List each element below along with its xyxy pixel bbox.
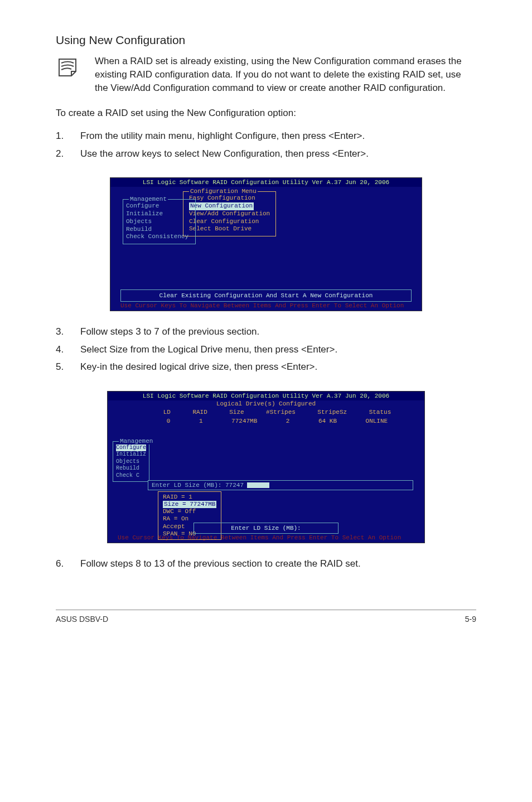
raid-line: RA = On [163, 515, 216, 523]
td: ONLINE [366, 418, 388, 424]
mgmt-item: Objects [116, 458, 146, 466]
mgmt-item: Initialize [126, 210, 188, 218]
th: Size [229, 409, 244, 416]
size-input-text: Enter LD Size (MB): 77247 [152, 482, 244, 489]
step-text: Follow steps 3 to 7 of the previous sect… [80, 325, 259, 339]
section-heading: Using New Configuration [56, 33, 476, 47]
terminal-status-box: Enter LD Size (MB): [194, 523, 338, 534]
ld-table-row: 0 1 77247MB 2 64 KB ONLINE [108, 417, 424, 426]
terminal-title: LSI Logic Software RAID Configuration Ut… [108, 392, 424, 400]
config-item-selected: New Configuration [189, 202, 254, 210]
management-menu-box: Managemen Configure Initializ Objects Re… [113, 441, 149, 482]
configuration-menu-label: Configuration Menu [189, 188, 258, 195]
step-item: 3.Follow steps 3 to 7 of the previous se… [56, 325, 476, 339]
td: 77247MB [231, 418, 257, 424]
terminal-2: LSI Logic Software RAID Configuration Ut… [107, 391, 425, 543]
step-number: 4. [56, 342, 80, 357]
mgmt-item: Rebuild [126, 226, 188, 234]
step-text: Key-in the desired logical drive size, t… [80, 360, 317, 374]
terminal-body: Managemen Configure Initializ Objects Re… [108, 426, 424, 520]
mgmt-item: Rebuild [116, 465, 146, 472]
mgmt-item-selected: Configure [116, 445, 146, 452]
td: 64 KB [318, 418, 337, 424]
config-item: Easy Configuration [189, 195, 270, 202]
step-number: 6. [56, 557, 80, 571]
mgmt-item: Check Consistency [126, 233, 188, 241]
th: #Stripes [266, 409, 296, 416]
mgmt-item: Objects [126, 218, 188, 226]
terminal-1-wrap: LSI Logic Software RAID Configuration Ut… [56, 177, 476, 311]
step-item: 6.Follow steps 8 to 13 of the previous s… [56, 557, 476, 571]
hint-text: Use Cursor Keys To Navigate Between Item… [120, 302, 404, 309]
terminal-hint: Use Cursor Keys To Navigate Between Item… [110, 302, 422, 310]
steps-list-b: 3.Follow steps 3 to 7 of the previous se… [56, 325, 476, 374]
step-text: Follow steps 8 to 13 of the previous sec… [80, 557, 361, 571]
note-text: When a RAID set is already existing, usi… [95, 55, 476, 94]
note-block: When a RAID set is already existing, usi… [56, 55, 476, 94]
th: LD [163, 409, 171, 416]
intro-text: To create a RAID set using the New Confi… [56, 108, 476, 119]
step-item: 4.Select Size from the Logical Drive men… [56, 342, 476, 357]
step-text: Select Size from the Logical Drive menu,… [80, 342, 337, 357]
terminal-2-wrap: LSI Logic Software RAID Configuration Ut… [56, 391, 476, 543]
footer-model: ASUS DSBV-D [56, 615, 108, 624]
step-item: 5.Key-in the desired logical drive size,… [56, 360, 476, 374]
ld-subtitle: Logical Drive(s) Configured [108, 400, 424, 407]
step-number: 5. [56, 360, 80, 374]
step-item: 1.From the utility main menu, highlight … [56, 129, 476, 143]
size-input-bar: Enter LD Size (MB): 77247 [148, 480, 413, 490]
terminal-1: LSI Logic Software RAID Configuration Ut… [110, 177, 422, 311]
page-footer: ASUS DSBV-D 5-9 [56, 610, 476, 624]
steps-list-c: 6.Follow steps 8 to 13 of the previous s… [56, 557, 476, 571]
td: 2 [286, 418, 290, 424]
management-menu-label: Management [129, 196, 168, 202]
td: 1 [199, 418, 203, 424]
td: 0 [167, 418, 171, 424]
config-item: Clear Configuration [189, 218, 270, 226]
cursor-block [247, 482, 269, 488]
terminal-body: Configuration Menu Easy Configuration Ne… [110, 187, 422, 287]
mgmt-item: Check C [116, 472, 146, 480]
mgmt-item: Initializ [116, 451, 146, 458]
step-number: 3. [56, 325, 80, 339]
step-text: Use the arrow keys to select New Configu… [80, 147, 369, 161]
step-item: 2.Use the arrow keys to select New Confi… [56, 147, 476, 161]
footer-page-number: 5-9 [465, 615, 476, 624]
config-item: Select Boot Drive [189, 225, 270, 233]
raid-line: RAID = 1 [163, 494, 216, 501]
mgmt-item: Configure [126, 202, 188, 210]
step-number: 2. [56, 147, 80, 161]
terminal-status-box: Clear Existing Configuration And Start A… [120, 289, 412, 302]
note-paper-icon [56, 57, 83, 78]
management-menu-box: Management Configure Initialize Objects … [123, 199, 196, 244]
steps-list-a: 1.From the utility main menu, highlight … [56, 129, 476, 161]
terminal-hint: Use Cursor Keys To Navigate Between Item… [108, 534, 424, 542]
th: Status [369, 409, 391, 416]
config-item: View/Add Configuration [189, 210, 270, 218]
raid-line-selected: Size = 77247MB [163, 501, 216, 508]
configuration-menu-box: Configuration Menu Easy Configuration Ne… [183, 191, 276, 236]
th: RAID [192, 409, 207, 416]
ld-table-header: LD RAID Size #Stripes StripeSz Status [108, 407, 424, 417]
step-number: 1. [56, 129, 80, 143]
raid-line: DWC = Off [163, 508, 216, 515]
management-menu-label: Managemen [119, 438, 154, 445]
step-text: From the utility main menu, highlight Co… [80, 129, 365, 143]
th: StripeSz [317, 409, 347, 416]
terminal-title: LSI Logic Software RAID Configuration Ut… [110, 178, 422, 187]
